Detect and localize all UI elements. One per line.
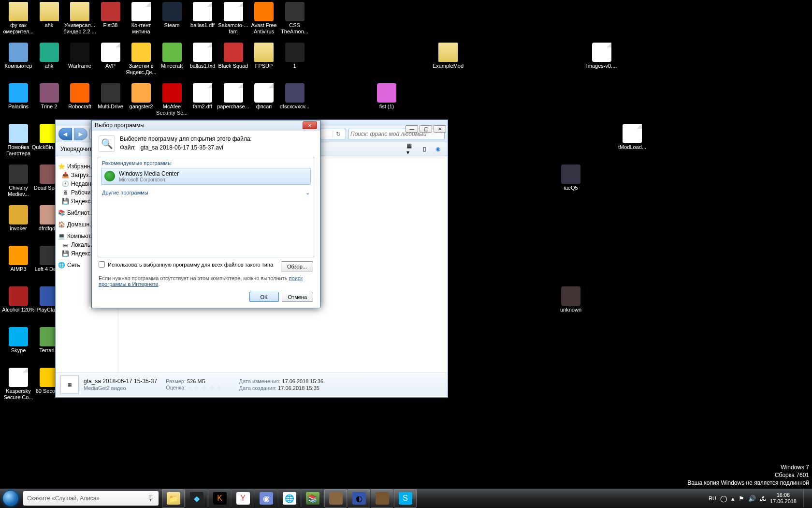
show-desktop-button[interactable] [803, 489, 809, 508]
desktop-icon-label: fist (1) [369, 104, 405, 110]
app-icon [131, 43, 151, 62]
taskbar-yandex[interactable]: Y [232, 489, 254, 508]
recent-icon: 🕘 [61, 180, 69, 187]
file-thumbnail-icon: ▦ [60, 375, 79, 394]
app-icon [285, 2, 304, 21]
app-icon [162, 43, 182, 62]
nav-forward-button[interactable]: ► [74, 128, 87, 140]
app-icon [40, 43, 59, 62]
homegroup-icon: 🏠 [58, 221, 65, 228]
app-icon [70, 83, 89, 103]
tray-steam-icon[interactable]: ◯ [720, 495, 727, 502]
app-icon [254, 2, 274, 21]
tray-network-icon[interactable]: 🖧 [760, 495, 766, 502]
tray-volume-icon[interactable]: 🔊 [748, 495, 756, 502]
taskbar-app-g2[interactable]: ◐ [348, 489, 370, 508]
desktop-icon[interactable]: Images-v0.... [584, 43, 620, 69]
rating-stars[interactable]: ☆ ☆ ☆ ☆ ☆ [187, 385, 221, 390]
chevron-down-icon: ⌄ [305, 190, 310, 196]
taskbar-nox[interactable]: ◆ [185, 489, 208, 508]
help-button[interactable]: ◉ [433, 145, 443, 153]
nav-back-button[interactable]: ◄ [58, 128, 72, 140]
taskbar-buttons: 📁 ◆ K Y ◉ 🌐 📚 ◐ S [162, 489, 417, 508]
tray-chevron-icon[interactable]: ▴ [731, 495, 735, 502]
taskbar-skype[interactable]: S [394, 489, 417, 508]
desktop-icon: 🖥 [61, 189, 69, 196]
app-icon [224, 43, 243, 62]
star-icon: ⭐ [58, 163, 65, 170]
app-icon [9, 43, 28, 62]
computer-icon: 💻 [58, 233, 65, 239]
view-menu-button[interactable]: ▦ ▾ [406, 145, 416, 153]
desktop-icon[interactable]: iaeQ5 [553, 164, 589, 191]
dialog-titlebar[interactable]: Выбор программы ✕ [92, 120, 320, 131]
file-icon [224, 2, 243, 21]
desktop-icon[interactable]: ExampleMod [430, 43, 466, 69]
dialog-title: Выбор программы [95, 122, 145, 129]
always-use-input[interactable] [99, 261, 105, 268]
activation-watermark: Windows 7 Сборка 7601 Ваша копия Windows… [687, 463, 809, 487]
minimize-button[interactable]: — [406, 125, 418, 133]
maximize-button[interactable]: ▢ [420, 125, 432, 133]
refresh-icon[interactable]: ↻ [333, 131, 344, 137]
desktop-icon[interactable]: 1 [277, 43, 313, 69]
app-icon [162, 83, 182, 103]
app-icon [561, 286, 580, 306]
taskbar-app-g3[interactable] [371, 489, 393, 508]
taskbar-winrar[interactable]: 📚 [301, 489, 324, 508]
app-icon [9, 286, 28, 306]
start-button[interactable] [0, 489, 21, 508]
folder-icon [438, 43, 458, 62]
app-icon [561, 164, 580, 184]
file-icon [193, 2, 212, 21]
desktop-icon-label: tModLoad... [614, 144, 650, 150]
file-icon [9, 368, 28, 387]
always-use-checkbox[interactable]: Использовать выбранную программу для все… [99, 261, 273, 268]
tray-clock[interactable]: 16:06 17.06.2018 [770, 492, 797, 505]
folder-icon [254, 43, 274, 62]
file-icon [224, 83, 243, 103]
file-icon [131, 2, 151, 21]
desktop-icon[interactable]: dfscxcvxcv... [277, 83, 313, 110]
alisa-search[interactable]: Скажите «Слушай, Алиса» 🎙 [23, 491, 159, 506]
taskbar-explorer[interactable]: 📁 [162, 489, 185, 508]
desktop-icon[interactable]: CSS TheAmon... [277, 2, 313, 35]
library-icon: 📚 [58, 209, 65, 216]
unknown-file-icon: 🔍 [99, 135, 115, 152]
footer-note: Если нужная программа отсутствует на это… [99, 275, 313, 287]
dialog-close-button[interactable]: ✕ [303, 121, 317, 129]
desktop-icon[interactable]: unknown [553, 286, 589, 313]
microphone-icon[interactable]: 🎙 [147, 494, 155, 503]
ok-button[interactable]: ОК [249, 292, 279, 302]
program-list: Рекомендуемые программы Windows Media Ce… [98, 157, 314, 257]
network-icon: 🌐 [58, 262, 65, 269]
folder-icon: 📥 [61, 172, 69, 179]
tray-flag-icon[interactable]: ⚑ [739, 495, 744, 502]
taskbar-app-k[interactable]: K [208, 489, 231, 508]
taskbar: Скажите «Слушай, Алиса» 🎙 📁 ◆ K Y ◉ 🌐 📚 … [0, 489, 812, 508]
language-indicator[interactable]: RU [709, 495, 716, 501]
app-icon [131, 83, 151, 103]
desktop-icon[interactable]: fist (1) [369, 83, 405, 110]
folder-icon [70, 2, 89, 21]
disk-icon: 💾 [61, 198, 69, 205]
app-icon [9, 205, 28, 224]
program-item-wmc[interactable]: Windows Media Center Microsoft Corporati… [101, 168, 311, 185]
preview-pane-button[interactable]: ▯ [420, 145, 429, 153]
app-icon [9, 327, 28, 346]
desktop-icon[interactable]: tModLoad... [614, 124, 650, 150]
browse-button[interactable]: Обзор... [281, 261, 313, 271]
other-programs-expander[interactable]: Другие программы ⌄ [98, 187, 314, 198]
file-type: MediaGet2 видео [84, 385, 157, 391]
taskbar-chrome[interactable]: 🌐 [278, 489, 301, 508]
desktop-icon-label: iaeQ5 [553, 185, 589, 191]
folder-icon [9, 2, 28, 21]
taskbar-discord[interactable]: ◉ [255, 489, 277, 508]
close-button[interactable]: ✕ [434, 125, 446, 133]
file-name: gta_sa 2018-06-17 15-35-37 [84, 378, 157, 385]
wmc-icon [104, 171, 115, 181]
file-icon [254, 83, 274, 103]
app-icon [101, 83, 120, 103]
cancel-button[interactable]: Отмена [282, 292, 313, 302]
taskbar-app-g1[interactable] [324, 489, 347, 508]
